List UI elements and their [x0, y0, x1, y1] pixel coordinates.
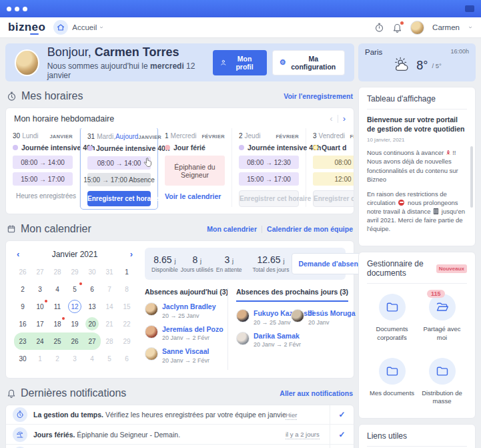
- calendar-day[interactable]: 11: [49, 298, 66, 315]
- schedule-next-arrow[interactable]: ›: [343, 114, 346, 124]
- notification-row[interactable]: Jours fériés. Épiphanie du Seigneur - De…: [6, 425, 354, 445]
- voir-calendrier-link[interactable]: Voir le calendrier: [165, 192, 221, 200]
- folder-distribution-masse[interactable]: Distribution de masse: [417, 354, 467, 411]
- mon-calendrier-link[interactable]: Mon calendrier: [207, 225, 257, 233]
- calendar-day[interactable]: 9: [14, 298, 31, 315]
- bell-icon: [7, 389, 16, 398]
- calendar-day[interactable]: 17: [31, 315, 49, 332]
- person-name[interactable]: Jaclynn Bradley: [162, 302, 216, 311]
- voir-enregistrement-link[interactable]: Voir l'enregistrement: [284, 92, 353, 100]
- notification-row[interactable]: Demande d'absence. José Gonzalez - Motif…: [6, 445, 354, 448]
- list-item: Sanne Viscaal20 Janv → 2 Févr: [145, 347, 226, 364]
- calendar-day[interactable]: 8: [118, 280, 135, 298]
- person-name[interactable]: Sanne Viscaal: [162, 347, 209, 356]
- mark-read-check[interactable]: ✓: [330, 425, 354, 444]
- calendar-day[interactable]: 4: [49, 280, 66, 298]
- home-icon[interactable]: [53, 20, 68, 35]
- calendar-day[interactable]: 3: [31, 280, 49, 298]
- calendar-day[interactable]: 6: [83, 280, 101, 298]
- calendar-day[interactable]: 26: [14, 263, 31, 280]
- user-avatar[interactable]: [410, 21, 424, 35]
- user-name[interactable]: Carmen: [432, 23, 460, 31]
- calendar-day[interactable]: 30: [14, 350, 31, 367]
- person-name[interactable]: Jeremías del Pozo: [162, 325, 223, 334]
- notifications-bell-icon[interactable]: [392, 23, 402, 33]
- calendar-day[interactable]: 1: [118, 263, 135, 280]
- time-slot-chip[interactable]: 12:00: [313, 172, 354, 186]
- calendar-day[interactable]: 12: [66, 298, 83, 315]
- window-dot[interactable]: [23, 7, 27, 11]
- calendar-day[interactable]: 5: [101, 350, 118, 367]
- calendrier-equipe-link[interactable]: Calendrier de mon équipe: [267, 225, 353, 233]
- time-slot-chip[interactable]: 15:00 → 17:00: [13, 172, 73, 186]
- calendar-day[interactable]: 28: [101, 332, 118, 350]
- person-name[interactable]: Jesús Moruga: [308, 309, 356, 318]
- calendar-day[interactable]: 16: [14, 315, 31, 332]
- calendar-day[interactable]: 30: [83, 263, 101, 280]
- calendar-day[interactable]: 4: [83, 350, 101, 367]
- calendar-month-label: Janvier 2021: [27, 250, 122, 259]
- calendar-day[interactable]: 29: [118, 332, 135, 350]
- list-item: Jesús Moruga20 Janv: [291, 309, 346, 326]
- calendar-day[interactable]: 14: [101, 298, 118, 315]
- calendar-next-arrow[interactable]: ›: [122, 249, 133, 259]
- calendar-day[interactable]: 25: [49, 332, 66, 350]
- absence-slot-chip[interactable]: 15:00 → 17:00 Absence: [87, 173, 151, 186]
- calendar-day[interactable]: 20: [83, 315, 101, 332]
- calendar-day[interactable]: 1: [31, 350, 49, 367]
- calendar-day[interactable]: 6: [118, 350, 135, 367]
- calendar-day[interactable]: 31: [101, 263, 118, 280]
- folder-mes-documents[interactable]: Mes documents: [367, 354, 417, 411]
- calendar-day[interactable]: 10: [31, 298, 49, 315]
- mark-read-check[interactable]: ✓: [330, 445, 354, 448]
- calendar-day[interactable]: 26: [66, 332, 83, 350]
- mark-read-check[interactable]: ✓: [330, 405, 354, 425]
- calendar-day[interactable]: 19: [66, 315, 83, 332]
- calendar-day[interactable]: 7: [101, 280, 118, 298]
- board-paragraph: Nous continuons à avancer!!Nous avons dé…: [367, 148, 467, 183]
- configuration-button[interactable]: ⚙ Ma configuration: [272, 50, 345, 75]
- time-slot-chip[interactable]: 08:00: [313, 156, 354, 169]
- absences-today-list: Absences aujourd'hui (3) Jaclynn Bradley…: [145, 288, 226, 370]
- calendar-day[interactable]: 18: [49, 315, 66, 332]
- time-slot-chip[interactable]: 08:00 → 14:00: [13, 156, 73, 169]
- calendar-day[interactable]: 5: [66, 280, 83, 298]
- notification-time: Hier: [286, 411, 297, 420]
- scrollbar-thumb[interactable]: [470, 146, 473, 208]
- enregistrer-horaire-button[interactable]: Enregistrer cet horaire: [87, 191, 151, 206]
- calendar-day[interactable]: 21: [101, 315, 118, 332]
- profile-button[interactable]: Mon profil: [213, 50, 267, 75]
- schedule-prev-arrow[interactable]: ‹: [330, 114, 332, 124]
- calendar-day[interactable]: 27: [83, 332, 101, 350]
- calendar-day[interactable]: 24: [31, 332, 49, 350]
- window-control[interactable]: [465, 5, 474, 12]
- aller-notifications-link[interactable]: Aller aux notifications: [280, 389, 353, 397]
- calendar-day[interactable]: 29: [66, 263, 83, 280]
- window-dot[interactable]: [15, 7, 19, 11]
- calendar-prev-arrow[interactable]: ‹: [17, 249, 27, 259]
- shift-type-dot: [239, 145, 244, 150]
- calendar-day[interactable]: 23: [14, 332, 31, 350]
- nav-accueil[interactable]: Accueil: [72, 23, 97, 31]
- calendar-day[interactable]: 3: [66, 350, 83, 367]
- calendar-day[interactable]: 27: [31, 263, 49, 280]
- calendar-day[interactable]: 15: [118, 298, 135, 315]
- folder-partage-avec-moi[interactable]: 115 Partagé avec moi: [417, 290, 467, 347]
- calendar-day[interactable]: 2: [49, 350, 66, 367]
- time-slot-chip[interactable]: 08:00 → 14:00: [87, 156, 151, 170]
- calendar-day[interactable]: 2: [14, 280, 31, 298]
- user-avatar-large: [15, 49, 39, 76]
- notification-row[interactable]: La gestion du temps. Vérifiez les heures…: [6, 405, 354, 425]
- folder-icon: [386, 300, 399, 314]
- window-dot[interactable]: [7, 7, 11, 11]
- calendar-day[interactable]: 13: [83, 298, 101, 315]
- time-slot-chip[interactable]: 08:00 → 12:30: [239, 156, 299, 169]
- folder-documents-corporatifs[interactable]: Documents corporatifs: [367, 290, 417, 347]
- calendar-day[interactable]: 28: [49, 263, 66, 280]
- tab-absences-prochains-jours[interactable]: Absences des prochains jours (3): [236, 288, 348, 302]
- time-slot-chip[interactable]: 15:00 → 17:00: [239, 172, 299, 186]
- bell-badge: [400, 21, 404, 25]
- calendar-day[interactable]: 22: [118, 315, 135, 332]
- time-tracking-icon[interactable]: [374, 23, 384, 33]
- greeting-card: Bonjour, Carmen Torres Nous sommes aujou…: [5, 43, 354, 81]
